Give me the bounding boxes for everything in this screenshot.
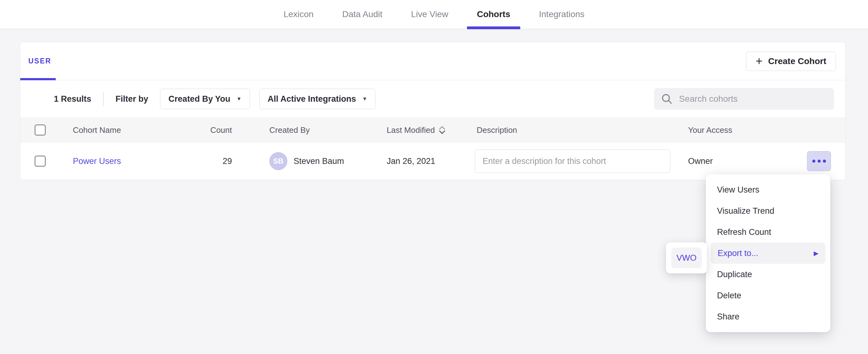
created-by-filter-value: Created By You xyxy=(168,94,230,104)
access-level: Owner xyxy=(686,157,800,166)
header-created-by: Created By xyxy=(235,125,384,135)
results-count: 1 Results xyxy=(54,94,91,104)
create-cohort-label: Create Cohort xyxy=(768,56,826,66)
toolbar-divider xyxy=(103,92,104,106)
menu-item-refresh-count[interactable]: Refresh Count xyxy=(706,222,830,243)
nav-tab-lexicon[interactable]: Lexicon xyxy=(274,0,324,29)
integrations-filter-dropdown[interactable]: All Active Integrations ▼ xyxy=(259,89,376,109)
integrations-filter-value: All Active Integrations xyxy=(268,94,356,104)
plus-icon: + xyxy=(755,55,763,68)
menu-item-delete[interactable]: Delete xyxy=(706,285,830,306)
created-by-name: Steven Baum xyxy=(293,157,344,166)
search-icon xyxy=(661,93,673,105)
menu-item-export-to-label: Export to... xyxy=(718,249,758,258)
create-cohort-button[interactable]: + Create Cohort xyxy=(746,52,836,71)
header-last-modified-label: Last Modified xyxy=(387,125,435,135)
submenu-item-vwo[interactable]: VWO xyxy=(671,248,702,268)
table-header-row: Cohort Name Count Created By Last Modifi… xyxy=(20,118,845,142)
menu-item-visualize-trend[interactable]: Visualize Trend xyxy=(706,200,830,222)
menu-item-view-users[interactable]: View Users xyxy=(706,179,830,200)
submenu-arrow-icon: ▶ xyxy=(814,250,818,257)
caret-down-icon: ▼ xyxy=(237,96,242,102)
nav-tab-data-audit[interactable]: Data Audit xyxy=(332,0,392,29)
menu-item-duplicate[interactable]: Duplicate xyxy=(706,264,830,285)
ellipsis-icon xyxy=(812,160,815,163)
row-checkbox[interactable] xyxy=(35,156,46,167)
panel-header: USER + Create Cohort xyxy=(20,42,845,80)
menu-item-export-to[interactable]: Export to... ▶ xyxy=(711,243,825,264)
ellipsis-icon xyxy=(817,160,821,163)
select-all-checkbox[interactable] xyxy=(35,124,46,136)
header-cohort-name: Cohort Name xyxy=(58,125,204,135)
header-last-modified: Last Modified xyxy=(384,125,475,135)
nav-tab-integrations[interactable]: Integrations xyxy=(529,0,594,29)
menu-item-share[interactable]: Share xyxy=(706,306,830,327)
filter-by-label: Filter by xyxy=(116,94,148,104)
cohort-name-link[interactable]: Power Users xyxy=(73,157,121,166)
export-submenu: VWO xyxy=(666,242,707,273)
last-modified-date: Jan 26, 2021 xyxy=(384,157,475,166)
avatar: SB xyxy=(269,152,287,170)
created-by-filter-dropdown[interactable]: Created By You ▼ xyxy=(160,89,250,109)
nav-tab-cohorts[interactable]: Cohorts xyxy=(467,0,520,29)
cohort-count: 29 xyxy=(204,157,235,166)
description-input[interactable] xyxy=(475,149,670,173)
cohorts-panel: USER + Create Cohort 1 Results Filter by… xyxy=(20,42,845,180)
row-context-menu: View Users Visualize Trend Refresh Count… xyxy=(706,174,830,332)
sort-icon[interactable] xyxy=(439,126,445,134)
tab-user[interactable]: USER xyxy=(28,57,51,65)
top-navigation: Lexicon Data Audit Live View Cohorts Int… xyxy=(0,0,868,29)
header-count: Count xyxy=(204,125,235,135)
caret-down-icon: ▼ xyxy=(362,96,367,102)
tab-user-active-underline xyxy=(20,78,56,80)
nav-tab-live-view[interactable]: Live View xyxy=(401,0,458,29)
ellipsis-icon xyxy=(823,160,826,163)
search-cohorts-box xyxy=(654,88,834,110)
filter-toolbar: 1 Results Filter by Created By You ▼ All… xyxy=(20,80,845,118)
row-actions-button[interactable] xyxy=(807,151,831,171)
search-cohorts-input[interactable] xyxy=(679,94,828,104)
header-description: Description xyxy=(475,125,686,135)
header-your-access: Your Access xyxy=(686,125,800,135)
